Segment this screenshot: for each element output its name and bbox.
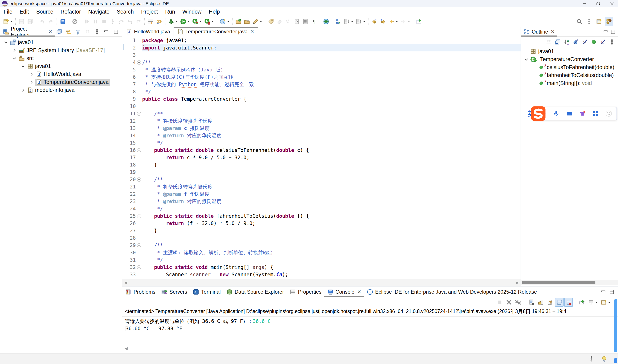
annotation-ruler[interactable] bbox=[122, 103, 127, 110]
code-line-13[interactable]: 13 * @param c 摄氏温度 bbox=[122, 125, 521, 132]
code-line-2[interactable]: 2import java.util.Scanner; bbox=[122, 44, 521, 52]
minimize-view-icon[interactable] bbox=[600, 289, 607, 295]
code-line-14[interactable]: 14 * @return 对应的华氏温度 bbox=[122, 132, 521, 139]
fold-column[interactable] bbox=[136, 132, 142, 139]
view-menu-button[interactable] bbox=[93, 27, 101, 37]
line-number[interactable]: 28 bbox=[127, 234, 136, 242]
line-number[interactable]: 32 bbox=[127, 263, 136, 271]
scroll-left-icon[interactable]: ◀ bbox=[124, 280, 127, 285]
fold-column[interactable] bbox=[136, 161, 142, 169]
annotation-ruler[interactable] bbox=[122, 198, 127, 205]
outline-item-java01[interactable]: java01 bbox=[521, 47, 618, 55]
fold-column[interactable] bbox=[136, 52, 142, 59]
menu-project[interactable]: Project bbox=[137, 7, 162, 16]
fold-column[interactable] bbox=[136, 88, 142, 95]
annotation-ruler[interactable] bbox=[122, 52, 127, 59]
back-history-button[interactable] bbox=[387, 17, 399, 26]
outline-horizontal-scrollbar[interactable] bbox=[521, 280, 618, 285]
code-line-20[interactable]: 20– /** bbox=[122, 176, 521, 183]
fold-column[interactable] bbox=[136, 227, 142, 234]
code-text[interactable]: } bbox=[142, 227, 521, 234]
annotation-ruler[interactable] bbox=[122, 161, 127, 169]
annotation-ruler[interactable] bbox=[122, 249, 127, 256]
line-number[interactable]: 30 bbox=[127, 249, 136, 256]
synchronize-page-button[interactable] bbox=[293, 17, 301, 26]
outline-item-fahrenheittocelsius-double-[interactable]: SfahrenheitToCelsius(double) bbox=[521, 71, 618, 79]
line-number[interactable]: 16 bbox=[127, 146, 136, 154]
fold-column[interactable] bbox=[136, 234, 142, 242]
fold-column[interactable]: – bbox=[136, 263, 142, 271]
annotation-ruler[interactable] bbox=[122, 154, 127, 161]
code-line-23[interactable]: 23 * @return 对应的摄氏温度 bbox=[122, 198, 521, 205]
bottom-tab-console[interactable]: Console✕ bbox=[324, 287, 364, 297]
fold-collapse-icon[interactable]: – bbox=[137, 214, 141, 218]
code-line-3[interactable]: 3 bbox=[122, 52, 521, 59]
code-text[interactable]: return (f - 32.0) * 5.0 / 9.0; bbox=[142, 220, 521, 227]
annotation-ruler[interactable] bbox=[122, 263, 127, 271]
show-console-on-output-button[interactable] bbox=[555, 298, 564, 307]
line-number[interactable]: 23 bbox=[127, 198, 136, 205]
new-wizard-dropdown-icon[interactable] bbox=[10, 21, 13, 22]
remove-all-terminated-button[interactable] bbox=[514, 298, 523, 307]
code-line-15[interactable]: 15 */ bbox=[122, 139, 521, 146]
annotation-ruler[interactable] bbox=[122, 73, 127, 81]
line-number[interactable]: 18 bbox=[127, 161, 136, 169]
coverage-dropdown-icon[interactable] bbox=[199, 21, 202, 22]
close-icon[interactable]: ✕ bbox=[551, 29, 554, 35]
line-number[interactable]: 8 bbox=[127, 88, 136, 95]
chevron-right-icon[interactable] bbox=[28, 80, 35, 85]
line-number[interactable]: 17 bbox=[127, 154, 136, 161]
show-console-on-error-button[interactable] bbox=[564, 298, 573, 307]
fold-collapse-icon[interactable]: – bbox=[137, 265, 141, 269]
fold-column[interactable]: – bbox=[136, 59, 142, 66]
fold-column[interactable] bbox=[136, 220, 142, 227]
code-line-25[interactable]: 25– public static double fahrenheitToCel… bbox=[122, 212, 521, 220]
chevron-down-icon[interactable] bbox=[523, 57, 530, 62]
code-line-24[interactable]: 24 */ bbox=[122, 205, 521, 212]
fold-column[interactable] bbox=[136, 73, 142, 81]
close-icon[interactable]: ✕ bbox=[48, 29, 52, 35]
previous-annotation-dropdown-icon[interactable] bbox=[363, 21, 365, 22]
clear-console-button[interactable] bbox=[527, 298, 536, 307]
line-number[interactable]: 13 bbox=[127, 125, 136, 132]
back-history-dropdown-icon[interactable] bbox=[396, 21, 398, 22]
code-text[interactable]: * 温度转换器示例程序（Java 版） bbox=[142, 66, 521, 73]
code-line-17[interactable]: 17 return c * 9.0 / 5.0 + 32.0; bbox=[122, 154, 521, 161]
line-number[interactable]: 20 bbox=[127, 176, 136, 183]
tree-item-java01[interactable]: java01 bbox=[0, 62, 122, 70]
new-web-service-button[interactable]: S bbox=[219, 17, 231, 26]
fold-column[interactable] bbox=[136, 205, 142, 212]
fold-column[interactable] bbox=[136, 139, 142, 146]
previous-annotation-button[interactable] bbox=[355, 17, 367, 26]
line-number[interactable]: 31 bbox=[127, 256, 136, 263]
line-number[interactable]: 1 bbox=[127, 37, 136, 44]
menu-navigate[interactable]: Navigate bbox=[85, 7, 113, 16]
fold-column[interactable] bbox=[136, 81, 142, 88]
notification-chip[interactable] bbox=[614, 358, 617, 363]
open-console-dropdown-icon[interactable] bbox=[608, 302, 610, 303]
import-projects-button[interactable] bbox=[234, 17, 243, 26]
fold-column[interactable] bbox=[136, 125, 142, 132]
minimize-view-icon[interactable] bbox=[603, 29, 609, 35]
new-web-service-dropdown-icon[interactable] bbox=[227, 21, 230, 22]
console-output[interactable]: 请输入要转换的温度与单位（例如 36.6 C 或 97 F）：36.6 C36.… bbox=[122, 317, 618, 345]
fold-column[interactable]: – bbox=[136, 146, 142, 154]
annotation-ruler[interactable] bbox=[122, 117, 127, 125]
maximize-view-button[interactable] bbox=[112, 27, 120, 37]
menu-window[interactable]: Window bbox=[179, 7, 205, 16]
annotation-ruler[interactable] bbox=[122, 220, 127, 227]
profile-button[interactable] bbox=[203, 17, 215, 26]
fold-column[interactable]: – bbox=[136, 110, 142, 117]
fold-column[interactable]: – bbox=[136, 242, 142, 249]
filter-button[interactable] bbox=[74, 27, 82, 37]
fold-column[interactable] bbox=[136, 117, 142, 125]
tree-item-src[interactable]: src bbox=[0, 54, 122, 62]
code-text[interactable]: * @param c 摄氏温度 bbox=[142, 125, 521, 132]
code-text[interactable]: Scanner scanner = new Scanner(System.in)… bbox=[142, 271, 521, 278]
line-number[interactable]: 5 bbox=[127, 66, 136, 73]
chevron-right-icon[interactable] bbox=[28, 72, 35, 77]
close-icon[interactable]: ✕ bbox=[357, 289, 361, 295]
menu-search[interactable]: Search bbox=[113, 7, 137, 16]
code-line-16[interactable]: 16– public static double celsiusToFahren… bbox=[122, 146, 521, 154]
bottom-tab-data-source-explorer[interactable]: Data Source Explorer bbox=[223, 287, 287, 297]
